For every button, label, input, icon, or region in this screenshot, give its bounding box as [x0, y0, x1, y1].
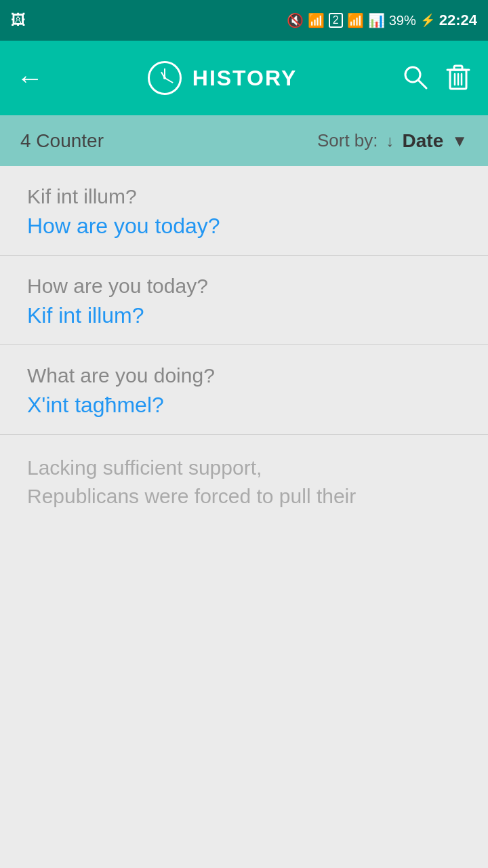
delete-button[interactable] — [445, 62, 472, 94]
counter-label: 4 Counter — [20, 130, 104, 152]
sim-icon: 2 — [329, 13, 343, 28]
back-arrow-icon: ← — [16, 63, 43, 93]
mute-icon: 🔇 — [287, 12, 304, 28]
search-icon — [401, 63, 428, 90]
status-bar-left: 🖼 — [11, 12, 26, 29]
app-bar-title-group: HISTORY — [148, 61, 297, 95]
history-item[interactable]: How are you today? Kif int illum? — [0, 256, 488, 345]
sort-controls[interactable]: Sort by: ↓ Date ▼ — [317, 130, 468, 152]
sort-by-label: Sort by: — [317, 130, 378, 151]
history-item[interactable]: Kif int illum? How are you today? — [0, 166, 488, 256]
history-item-source-text: Kif int illum? — [27, 185, 461, 208]
long-text-line2: Republicans were forced to pull their — [27, 482, 461, 511]
status-bar: 🖼 🔇 📶 2 📶 📊 39% ⚡ 22:24 — [0, 0, 488, 41]
svg-rect-4 — [454, 66, 462, 70]
history-item-translation-text: X'int tagħmel? — [27, 393, 461, 418]
history-item-source-text: What are you doing? — [27, 364, 461, 387]
clock-center-dot — [163, 77, 166, 79]
battery-text: 39% — [389, 13, 416, 28]
history-list: Kif int illum? How are you today? How ar… — [0, 166, 488, 527]
dropdown-arrow-icon: ▼ — [451, 132, 468, 151]
page-title: HISTORY — [192, 66, 297, 91]
signal-bars-icon: 📊 — [368, 12, 385, 28]
history-clock-icon — [148, 61, 182, 95]
image-icon: 🖼 — [11, 12, 26, 29]
trash-icon — [445, 62, 472, 92]
history-item-source-text: How are you today? — [27, 275, 461, 298]
time-display: 22:24 — [439, 12, 477, 29]
search-button[interactable] — [401, 63, 428, 93]
history-item-translation-text: Kif int illum? — [27, 303, 461, 328]
status-bar-right: 🔇 📶 2 📶 📊 39% ⚡ 22:24 — [287, 12, 477, 29]
history-item-long[interactable]: Lacking sufficient support, Republicans … — [0, 435, 488, 527]
sort-direction-icon: ↓ — [386, 132, 394, 151]
history-item-translation-text: How are you today? — [27, 214, 461, 239]
back-button[interactable]: ← — [16, 64, 43, 92]
sort-bar: 4 Counter Sort by: ↓ Date ▼ — [0, 115, 488, 166]
svg-line-1 — [418, 80, 426, 88]
history-item[interactable]: What are you doing? X'int tagħmel? — [0, 345, 488, 435]
battery-icon: ⚡ — [420, 13, 435, 28]
signal-icon: 📶 — [347, 12, 364, 28]
app-bar-actions — [401, 62, 472, 94]
wifi-icon: 📶 — [308, 12, 325, 28]
sort-value-label: Date — [403, 130, 444, 152]
app-bar: ← HISTORY — [0, 41, 488, 115]
long-text-line1: Lacking sufficient support, — [27, 454, 461, 482]
